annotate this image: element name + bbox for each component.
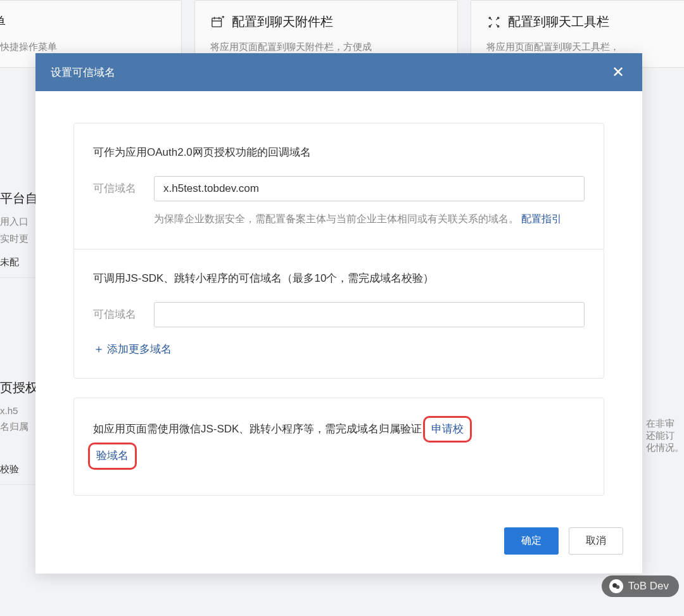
modal-footer: 确定 取消	[35, 515, 642, 574]
highlight-marker: 申请校	[423, 416, 472, 443]
verify-domain-link[interactable]: 申请校	[431, 423, 464, 435]
verify-text: 如应用页面需使用微信JS-SDK、跳转小程序等，需完成域名归属验证	[93, 423, 422, 435]
watermark-badge: ToB Dev	[602, 575, 679, 597]
add-more-domain-button[interactable]: ＋ 添加更多域名	[93, 341, 172, 356]
help-text-content: 为保障企业数据安全，需配置备案主体与当前企业主体相同或有关联关系的域名。	[154, 213, 519, 224]
oauth-section: 可作为应用OAuth2.0网页授权功能的回调域名 可信域名 为保障企业数据安全，…	[74, 123, 604, 249]
verify-domain-link[interactable]: 验域名	[96, 449, 129, 462]
plus-icon: ＋	[93, 341, 104, 356]
modal-title: 设置可信域名	[51, 65, 115, 80]
cancel-button[interactable]: 取消	[569, 527, 623, 555]
domain-panel: 可作为应用OAuth2.0网页授权功能的回调域名 可信域名 为保障企业数据安全，…	[73, 123, 604, 379]
trusted-domain-modal: 设置可信域名 ✕ 可作为应用OAuth2.0网页授权功能的回调域名 可信域名 为…	[35, 53, 642, 574]
modal-header: 设置可信域名 ✕	[35, 53, 642, 91]
add-more-label: 添加更多域名	[107, 342, 172, 356]
help-text: 为保障企业数据安全，需配置备案主体与当前企业主体相同或有关联关系的域名。 配置指…	[154, 210, 585, 227]
oauth-domain-input[interactable]	[154, 176, 585, 201]
confirm-button[interactable]: 确定	[504, 527, 559, 555]
jssdk-section: 可调用JS-SDK、跳转小程序的可信域名（最多10个，需完成域名校验） 可信域名…	[74, 249, 604, 378]
svg-point-11	[616, 585, 619, 589]
form-row: 可信域名 为保障企业数据安全，需配置备案主体与当前企业主体相同或有关联关系的域名…	[93, 176, 585, 227]
jssdk-domain-input[interactable]	[154, 302, 585, 327]
watermark-text: ToB Dev	[628, 580, 669, 593]
config-guide-link[interactable]: 配置指引	[521, 213, 562, 224]
verify-panel: 如应用页面需使用微信JS-SDK、跳转小程序等，需完成域名归属验证 申请校验域名	[73, 398, 604, 496]
field-label: 可信域名	[93, 302, 144, 322]
wechat-icon	[609, 579, 623, 593]
field-label: 可信域名	[93, 176, 144, 196]
form-row: 可信域名	[93, 302, 585, 327]
modal-body: 可作为应用OAuth2.0网页授权功能的回调域名 可信域名 为保障企业数据安全，…	[35, 91, 642, 515]
highlight-marker: 验域名	[88, 443, 137, 469]
section-title: 可调用JS-SDK、跳转小程序的可信域名（最多10个，需完成域名校验）	[93, 271, 585, 286]
close-icon[interactable]: ✕	[609, 63, 627, 81]
section-title: 可作为应用OAuth2.0网页授权功能的回调域名	[93, 145, 585, 160]
